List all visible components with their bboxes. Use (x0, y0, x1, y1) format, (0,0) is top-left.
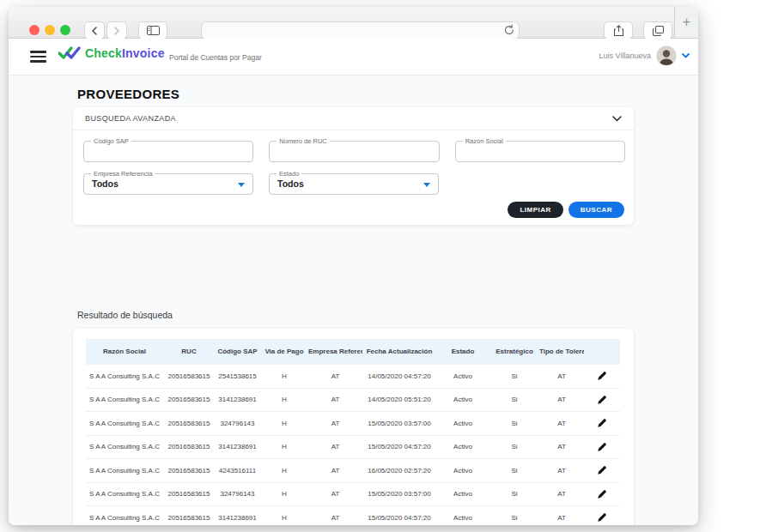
edit-pencil-icon[interactable] (597, 442, 607, 452)
column-header: Razón Social (86, 348, 163, 355)
share-icon (614, 25, 623, 36)
collapse-chevron-icon[interactable] (612, 116, 622, 122)
edit-button[interactable] (584, 465, 620, 475)
cell-estado: Activo (436, 420, 489, 427)
edit-button[interactable] (584, 442, 620, 452)
reload-icon[interactable] (503, 24, 515, 36)
cell-fecha: 14/05/2020 05:51:20 (362, 396, 436, 403)
table-row: S A A Consulting S.A.C205165836153141238… (86, 506, 620, 525)
cell-ruc: 20516583615 (163, 443, 215, 450)
empresa-referencia-select[interactable]: Empresa Referencia Todos (83, 173, 253, 195)
sidebar-toggle-button[interactable] (138, 21, 167, 39)
numero-ruc-field[interactable]: Número de RUC (269, 141, 439, 162)
edit-button[interactable] (584, 489, 620, 499)
menu-icon[interactable] (30, 51, 46, 63)
cell-empresa: AT (308, 420, 362, 427)
limpiar-button[interactable]: LIMPIAR (508, 202, 562, 218)
empresa-referencia-label: Empresa Referencia (91, 170, 155, 178)
share-button[interactable] (604, 21, 633, 39)
cell-razon: S A A Consulting S.A.C (86, 467, 163, 475)
cell-via: H (260, 443, 308, 450)
estado-select[interactable]: Estado Todos (269, 173, 439, 195)
table-body: S A A Consulting S.A.C205165836152541538… (86, 365, 620, 525)
back-button[interactable] (84, 21, 105, 39)
double-check-icon (58, 45, 81, 60)
chevron-down-icon[interactable] (682, 53, 690, 58)
cell-codigo: 3141238691 (215, 514, 260, 522)
cell-empresa: AT (308, 490, 362, 498)
cell-estrategico: Si (489, 514, 539, 522)
results-label: Resultado de búsqueda (77, 310, 173, 320)
column-header: RUC (163, 348, 215, 355)
tab-overview-button[interactable] (643, 21, 672, 39)
column-header: Via de Pago (260, 348, 308, 355)
empresa-referencia-value: Todos (92, 178, 119, 189)
buscar-button[interactable]: BUSCAR (568, 202, 624, 218)
cell-razon: S A A Consulting S.A.C (86, 420, 163, 427)
cell-via: H (260, 467, 308, 475)
cell-ruc: 20516583615 (163, 490, 215, 498)
estado-value: Todos (277, 178, 304, 189)
cell-razon: S A A Consulting S.A.C (86, 443, 163, 450)
zoom-window-button[interactable] (60, 25, 70, 35)
cell-tipo: AT (539, 467, 584, 475)
cell-ruc: 20516583615 (163, 372, 215, 380)
cell-estrategico: Si (489, 443, 539, 450)
razon-social-field[interactable]: Razón Social (455, 141, 625, 162)
cell-razon: S A A Consulting S.A.C (86, 514, 163, 522)
screenshot: { "browser": { "url_value": "", "new_tab… (0, 0, 760, 532)
address-bar[interactable] (201, 21, 520, 39)
table-row: S A A Consulting S.A.C205165836152541538… (86, 365, 620, 389)
column-header: Empresa Referencia (308, 348, 362, 355)
cell-tipo: AT (539, 372, 584, 380)
cell-empresa: AT (308, 372, 362, 380)
cell-via: H (260, 514, 308, 522)
cell-via: H (260, 372, 308, 380)
cell-fecha: 15/05/2020 03:57:00 (362, 490, 436, 498)
codigo-sap-field[interactable]: Código SAP (83, 141, 253, 162)
edit-button[interactable] (584, 418, 620, 428)
new-tab-button[interactable]: + (674, 7, 698, 39)
column-header: Fecha Actualización (362, 348, 436, 355)
cell-estado: Activo (436, 396, 489, 403)
edit-button[interactable] (584, 512, 620, 523)
edit-pencil-icon[interactable] (597, 371, 607, 381)
cell-ruc: 20516583615 (163, 514, 215, 522)
column-header: Tipo de Tolerancia (539, 348, 584, 355)
cell-ruc: 20516583615 (163, 467, 215, 475)
edit-pencil-icon[interactable] (597, 395, 607, 405)
column-header: Estado (436, 348, 489, 355)
edit-pencil-icon[interactable] (597, 465, 607, 475)
avatar (657, 46, 676, 65)
edit-pencil-icon[interactable] (597, 418, 607, 428)
cell-estrategico: Si (489, 420, 539, 427)
cell-estado: Activo (436, 372, 489, 380)
cell-estado: Activo (436, 490, 489, 498)
select-caret-icon (238, 183, 245, 187)
advanced-search-title: BUSQUEDA AVANZADA (85, 114, 176, 123)
advanced-search-header[interactable]: BUSQUEDA AVANZADA (73, 107, 634, 130)
browser-toolbar: + (9, 7, 698, 39)
browser-window: + CheckInvoice Portal de Cuentas por Pag… (9, 7, 698, 525)
cell-fecha: 15/05/2020 04:57:20 (362, 514, 436, 522)
cell-estrategico: Si (489, 490, 539, 498)
cell-codigo: 3141238691 (215, 443, 260, 450)
cell-empresa: AT (308, 396, 362, 403)
edit-button[interactable] (584, 371, 620, 381)
cell-estado: Activo (436, 514, 489, 522)
minimize-window-button[interactable] (45, 25, 55, 35)
close-window-button[interactable] (29, 25, 40, 35)
portal-subtitle: Portal de Cuentas por Pagar (169, 53, 262, 62)
edit-pencil-icon[interactable] (597, 512, 607, 523)
user-menu[interactable]: Luis Villanueva (599, 46, 690, 65)
cell-fecha: 15/05/2020 04:57:20 (362, 443, 436, 450)
edit-pencil-icon[interactable] (597, 489, 607, 499)
cell-fecha: 16/05/2020 02:57:20 (362, 467, 436, 475)
table-row: S A A Consulting S.A.C205165836154243516… (86, 459, 620, 483)
sidebar-icon (147, 26, 160, 35)
forward-button[interactable] (106, 21, 127, 39)
cell-tipo: AT (539, 420, 584, 427)
edit-button[interactable] (584, 395, 620, 405)
estado-label: Estado (277, 170, 301, 178)
brand-name: CheckInvoice (85, 46, 165, 60)
